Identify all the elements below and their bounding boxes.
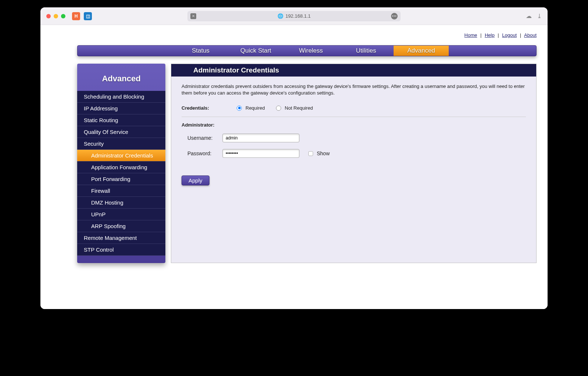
app-icon-trello[interactable]: ◫ [84, 12, 92, 20]
sidebar-title: Advanced [77, 64, 165, 91]
sidebar-item-dmz[interactable]: DMZ Hosting [77, 197, 165, 209]
maximize-icon[interactable] [61, 14, 65, 18]
page-content: Home | Help | Logout | About Status Quic… [40, 25, 548, 309]
radio-required-wrap[interactable]: Required [237, 105, 265, 111]
nav-utilities[interactable]: Utilities [338, 46, 394, 56]
link-home[interactable]: Home [465, 32, 477, 38]
main-panel: Administrator Credentials Administrator … [171, 64, 537, 263]
sidebar-item-qos[interactable]: Quality Of Service [77, 126, 165, 138]
sidebar-item-upnp[interactable]: UPnP [77, 209, 165, 220]
radio-not-required-wrap[interactable]: Not Required [276, 105, 313, 111]
sidebar: Advanced Scheduling and Blocking IP Addr… [77, 64, 165, 263]
nav-quick-start[interactable]: Quick Start [228, 46, 283, 56]
sidebar-item-port-forwarding[interactable]: Port Forwarding [77, 173, 165, 185]
main-body: Administrator credentials prevent outsid… [171, 77, 536, 192]
sidebar-item-stp-control[interactable]: STP Control [77, 244, 165, 256]
url-text: 192.168.1.1 [286, 13, 311, 19]
nav-status[interactable]: Status [173, 46, 228, 56]
radio-required-label: Required [245, 105, 265, 111]
nav-wireless[interactable]: Wireless [283, 46, 338, 56]
username-row: Username: [182, 134, 526, 142]
more-icon[interactable]: ••• [391, 13, 398, 19]
sidebar-item-static-routing[interactable]: Static Routing [77, 114, 165, 126]
username-label: Username: [187, 135, 222, 141]
sidebar-item-remote-management[interactable]: Remote Management [77, 232, 165, 244]
admin-section-label: Administrator: [182, 122, 526, 128]
toolbar-right: ☁ ⤓ [526, 13, 542, 19]
minimize-icon[interactable] [54, 14, 58, 18]
credentials-row: Credentials: Required Not Required [182, 103, 526, 113]
link-about[interactable]: About [524, 32, 537, 38]
nav-advanced[interactable]: Advanced [394, 46, 449, 56]
window-controls [46, 14, 65, 18]
cloud-icon[interactable]: ☁ [526, 13, 532, 19]
browser-window: H ◫ ✕ 🌐 192.168.1.1 ••• ☁ ⤓ Home | Help … [40, 7, 548, 309]
link-help[interactable]: Help [485, 32, 495, 38]
credentials-label: Credentials: [182, 105, 226, 111]
address-bar[interactable]: ✕ 🌐 192.168.1.1 ••• [187, 11, 401, 21]
sidebar-item-arp-spoofing[interactable]: ARP Spoofing [77, 220, 165, 232]
close-icon[interactable] [46, 14, 51, 18]
link-logout[interactable]: Logout [502, 32, 517, 38]
radio-not-required-label: Not Required [285, 105, 313, 111]
apply-button[interactable]: Apply [182, 175, 209, 185]
divider [182, 117, 526, 117]
top-links: Home | Help | Logout | About [40, 25, 548, 42]
description-text: Administrator credentials prevent outsid… [182, 83, 526, 96]
show-password-label: Show [317, 150, 330, 156]
content-area: Advanced Scheduling and Blocking IP Addr… [40, 56, 548, 270]
username-input[interactable] [222, 134, 300, 142]
radio-not-required[interactable] [276, 106, 281, 111]
main-nav: Status Quick Start Wireless Utilities Ad… [77, 45, 537, 56]
password-label: Password: [187, 150, 222, 156]
radio-required[interactable] [237, 106, 242, 111]
titlebar: H ◫ ✕ 🌐 192.168.1.1 ••• ☁ ⤓ [40, 7, 548, 25]
download-icon[interactable]: ⤓ [537, 13, 542, 19]
sidebar-item-admin-credentials[interactable]: Administrator Credentials [77, 150, 165, 162]
sidebar-item-ip-addressing[interactable]: IP Addressing [77, 103, 165, 114]
stop-icon[interactable]: ✕ [190, 13, 196, 19]
show-password-checkbox[interactable] [308, 151, 313, 156]
sidebar-item-security[interactable]: Security [77, 138, 165, 150]
sidebar-item-app-forwarding[interactable]: Application Forwarding [77, 162, 165, 173]
globe-icon: 🌐 [277, 13, 283, 19]
sidebar-item-firewall[interactable]: Firewall [77, 185, 165, 197]
password-row: Password: Show [182, 149, 526, 158]
app-icon-h[interactable]: H [72, 12, 80, 20]
page-title: Administrator Credentials [171, 64, 536, 77]
show-password-wrap: Show [308, 150, 330, 156]
sidebar-item-scheduling[interactable]: Scheduling and Blocking [77, 91, 165, 103]
toolbar-app-icons: H ◫ [72, 12, 92, 20]
password-input[interactable] [222, 149, 300, 158]
